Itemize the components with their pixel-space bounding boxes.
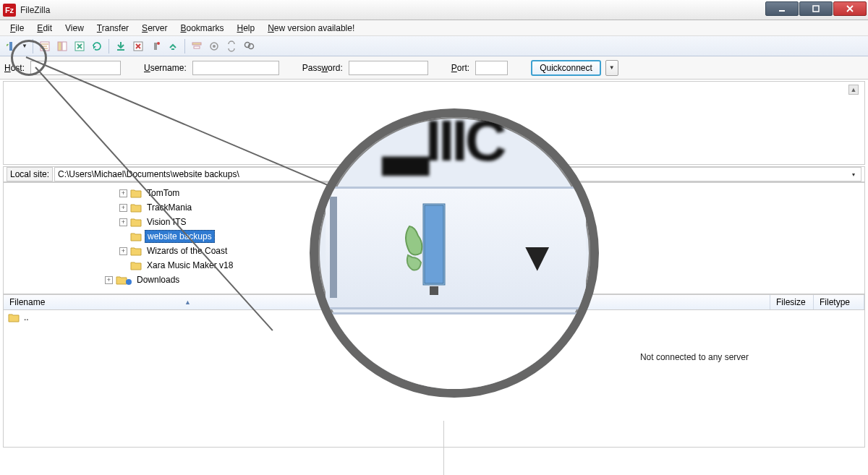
menu-view[interactable]: View	[59, 22, 90, 35]
quickconnect-dropdown[interactable]: ▼	[605, 60, 618, 76]
username-label: Username:	[144, 63, 187, 73]
search-button[interactable]	[241, 38, 257, 54]
port-label: Port:	[451, 63, 469, 73]
tree-item-label: Vision ITS	[145, 216, 188, 228]
chevron-down-icon: ▾	[852, 171, 855, 178]
download-badge-icon	[126, 279, 132, 285]
svg-rect-2	[9, 42, 12, 51]
svg-rect-11	[192, 43, 201, 45]
svg-rect-5	[62, 42, 67, 51]
folder-icon	[8, 312, 20, 322]
port-input[interactable]	[475, 61, 508, 75]
folder-icon	[130, 217, 142, 227]
folder-icon	[130, 188, 142, 198]
expand-icon[interactable]: +	[119, 247, 127, 255]
expand-icon[interactable]: +	[105, 276, 113, 284]
scroll-up-icon[interactable]: ▲	[848, 85, 859, 95]
filter-button[interactable]	[189, 38, 205, 54]
svg-rect-9	[154, 43, 157, 50]
site-manager-icon	[405, 201, 456, 299]
expand-icon[interactable]: +	[119, 218, 127, 226]
quickconnect-bar: Host: Username: Password: Port: Quickcon…	[0, 56, 868, 80]
compare-button[interactable]	[206, 38, 222, 54]
menu-bookmarks[interactable]: Bookmarks	[174, 22, 229, 35]
menu-transfer[interactable]: Transfer	[91, 22, 135, 35]
username-input[interactable]	[192, 61, 279, 75]
tree-item-label: website backups	[145, 230, 215, 243]
minimize-button[interactable]	[765, 1, 799, 16]
list-item-name: ..	[24, 312, 29, 322]
tree-item-label: TrackMania	[145, 202, 194, 213]
close-button[interactable]	[833, 1, 867, 16]
toggle-tree-button[interactable]	[54, 38, 70, 54]
svg-rect-1	[813, 6, 819, 12]
remote-status-text: Not connected to any server	[640, 352, 749, 362]
toolbar-separator	[184, 39, 185, 54]
window-title: FileZilla	[20, 5, 50, 15]
svg-rect-4	[58, 42, 61, 51]
magnified-separator	[330, 197, 337, 298]
sort-asc-icon: ▲	[184, 299, 191, 306]
quickconnect-button[interactable]: Quickconnect	[531, 60, 601, 76]
reconnect-button[interactable]	[165, 38, 181, 54]
svg-rect-7	[117, 49, 124, 51]
menu-file[interactable]: File	[4, 22, 30, 35]
refresh-button[interactable]	[89, 38, 105, 54]
expand-icon[interactable]: +	[119, 189, 127, 197]
menu-help[interactable]: Help	[231, 22, 261, 35]
menu-server[interactable]: Server	[136, 22, 173, 35]
expand-icon[interactable]: +	[119, 204, 127, 212]
app-icon: Fz	[3, 4, 16, 17]
menubar: File Edit View Transfer Server Bookmarks…	[0, 20, 868, 36]
svg-rect-0	[779, 10, 785, 12]
toolbar-separator	[109, 39, 109, 54]
magnified-text-fragment: ▂IIIC	[383, 108, 503, 174]
folder-icon	[130, 231, 142, 241]
tree-item-label: Wizards of the Coast	[145, 245, 229, 257]
toggle-queue-button[interactable]	[72, 38, 88, 54]
column-filesize[interactable]: Filesize	[770, 295, 814, 309]
column-filename-label: Filename	[9, 297, 45, 307]
svg-rect-17	[424, 205, 444, 284]
column-filetype[interactable]: Filetype	[814, 295, 864, 309]
menu-new-version[interactable]: New version available!	[262, 22, 360, 35]
sync-browse-button[interactable]	[224, 38, 239, 54]
svg-rect-12	[194, 46, 200, 48]
password-label: Password:	[302, 63, 343, 73]
folder-icon	[130, 202, 142, 213]
process-queue-button[interactable]	[113, 38, 129, 54]
dropdown-arrow-icon: ▼	[517, 233, 557, 280]
titlebar: Fz FileZilla	[0, 0, 868, 20]
folder-icon	[130, 246, 142, 256]
local-site-label: Local site:	[7, 167, 53, 181]
vertical-divider	[443, 421, 444, 475]
tree-item-label: Xara Music Maker v18	[145, 260, 235, 271]
menu-edit[interactable]: Edit	[31, 22, 58, 35]
cancel-button[interactable]	[130, 38, 146, 54]
local-site-path-text: C:\Users\Michael\Documents\website backu…	[58, 169, 239, 179]
svg-point-14	[213, 45, 216, 48]
maximize-button[interactable]	[799, 1, 833, 16]
magnifier-overlay: ▂IIIC ▼	[310, 108, 599, 398]
disconnect-button[interactable]	[148, 38, 163, 54]
svg-rect-19	[430, 286, 438, 295]
svg-point-10	[157, 42, 160, 45]
tree-item-label: Downloads	[135, 274, 182, 286]
toolbar: ▼	[0, 36, 868, 56]
password-input[interactable]	[349, 61, 428, 75]
folder-icon	[130, 260, 142, 270]
